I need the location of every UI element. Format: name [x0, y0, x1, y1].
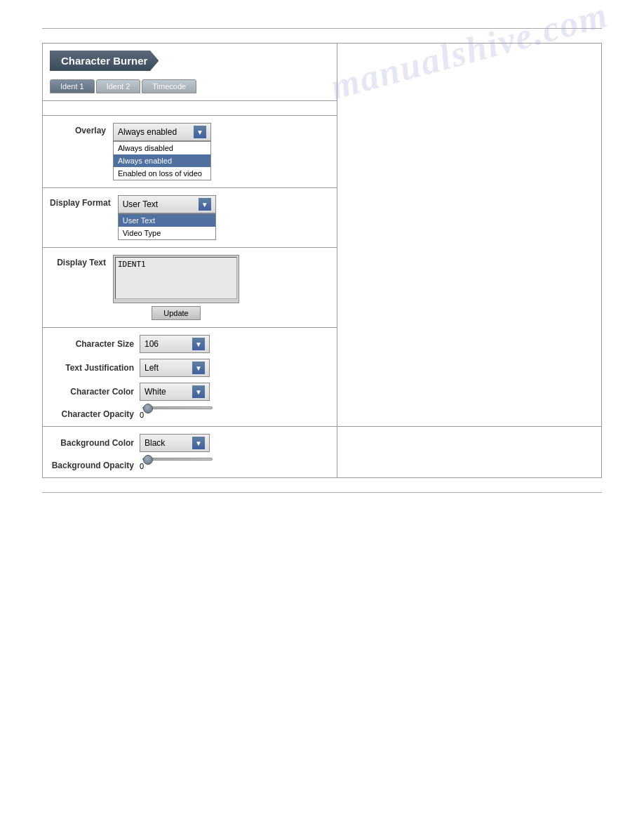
char-size-value: 106 — [145, 339, 189, 349]
bg-color-value: Black — [145, 438, 189, 448]
text-just-arrow: ▼ — [192, 362, 205, 374]
char-size-arrow: ▼ — [192, 338, 205, 350]
bg-color-arrow: ▼ — [192, 437, 205, 449]
text-just-value: Left — [145, 363, 189, 373]
header-panel: Character Burner Ident 1 Ident 2 Timecod… — [43, 44, 337, 101]
display-format-section: Display Format User Text ▼ User Text Vid… — [43, 188, 337, 248]
display-format-option-1[interactable]: Video Type — [119, 227, 215, 239]
display-text-section: Display Text Update — [43, 248, 337, 328]
char-color-arrow: ▼ — [192, 385, 205, 398]
char-color-dropdown[interactable]: White ▼ — [140, 383, 210, 401]
char-size-label: Character Size — [50, 339, 134, 349]
char-opacity-value: 0 — [140, 411, 144, 419]
bg-opacity-label: Background Opacity — [50, 458, 134, 470]
text-just-dropdown[interactable]: Left ▼ — [140, 359, 210, 377]
description-row — [43, 101, 337, 116]
character-section: Character Size 106 ▼ Text Justification … — [43, 328, 337, 427]
display-text-control: Update — [113, 255, 239, 320]
overlay-control: Always enabled ▼ Always disabled Always … — [113, 123, 211, 180]
overlay-dropdown-arrow: ▼ — [194, 126, 206, 138]
char-color-label: Character Color — [50, 387, 134, 397]
display-text-label: Display Text — [50, 255, 106, 267]
overlay-section: Overlay Always enabled ▼ Always disabled… — [43, 116, 337, 188]
tab-ident1[interactable]: Ident 1 — [50, 79, 95, 93]
display-format-list: User Text Video Type — [118, 213, 216, 240]
char-opacity-track — [142, 406, 213, 409]
header-right-panel: manualshive.com — [337, 44, 602, 427]
char-opacity-slider-container: 0 — [140, 406, 215, 419]
overlay-option-1[interactable]: Always enabled — [114, 154, 210, 167]
tab-timecode[interactable]: Timecode — [142, 79, 196, 93]
char-opacity-label: Character Opacity — [50, 406, 134, 419]
display-format-option-0[interactable]: User Text — [119, 214, 215, 227]
display-format-selected: User Text — [123, 199, 196, 209]
char-burner-title: Character Burner — [50, 51, 159, 71]
bg-color-dropdown[interactable]: Black ▼ — [140, 434, 210, 452]
display-format-dropdown[interactable]: User Text ▼ — [118, 195, 216, 213]
tab-ident2[interactable]: Ident 2 — [96, 79, 141, 93]
overlay-dropdown[interactable]: Always enabled ▼ — [113, 123, 211, 141]
display-text-input[interactable] — [115, 257, 237, 299]
bg-opacity-track — [142, 458, 213, 461]
bg-color-label: Background Color — [50, 438, 134, 448]
char-color-value: White — [145, 387, 189, 397]
char-opacity-thumb[interactable] — [143, 404, 153, 413]
display-format-control: User Text ▼ User Text Video Type — [118, 195, 216, 240]
overlay-option-2[interactable]: Enabled on loss of video — [114, 167, 210, 180]
display-text-box — [113, 255, 239, 303]
tabs-container: Ident 1 Ident 2 Timecode — [50, 79, 330, 93]
overlay-selected-value: Always enabled — [118, 127, 191, 137]
bg-opacity-slider-container: 0 — [140, 458, 215, 470]
display-format-label: Display Format — [50, 195, 111, 208]
overlay-dropdown-list: Always disabled Always enabled Enabled o… — [113, 141, 211, 180]
char-size-dropdown[interactable]: 106 ▼ — [140, 335, 210, 353]
background-section: Background Color Black ▼ Background Opac… — [43, 427, 337, 478]
bg-opacity-value: 0 — [140, 462, 144, 470]
text-just-label: Text Justification — [50, 363, 134, 373]
display-format-arrow: ▼ — [199, 198, 211, 211]
overlay-label: Overlay — [50, 123, 106, 135]
watermark-text: manualshive.com — [326, 0, 612, 107]
overlay-option-0[interactable]: Always disabled — [114, 142, 210, 154]
update-button[interactable]: Update — [152, 306, 200, 320]
bg-opacity-thumb[interactable] — [143, 455, 153, 465]
